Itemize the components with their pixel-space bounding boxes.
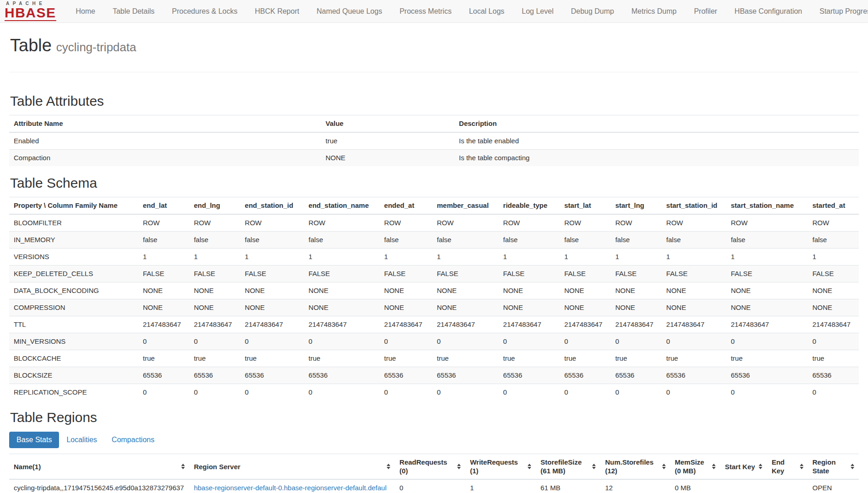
region-tabs: Base StatsLocalitiesCompactions: [9, 432, 859, 448]
schema-value-started-at: 2147483647: [808, 316, 859, 333]
nav-item-log-level[interactable]: Log Level: [513, 0, 562, 22]
schema-value-start-station-id: NONE: [662, 299, 726, 316]
nav-item-profiler[interactable]: Profiler: [685, 0, 726, 22]
schema-value-end-station-id: true: [240, 350, 304, 367]
nav-item-procedures-locks[interactable]: Procedures & Locks: [163, 0, 246, 22]
hbase-logo[interactable]: APACHE HBASE: [5, 1, 56, 22]
schema-property-name: BLOCKCACHE: [9, 350, 138, 367]
sort-up-arrow: [592, 464, 596, 466]
schema-value-end-lat: 2147483647: [138, 316, 189, 333]
schema-property-name: TTL: [9, 316, 138, 333]
nav-item-local-logs[interactable]: Local Logs: [460, 0, 513, 22]
logo-underline: [5, 20, 56, 21]
region-state-cell: OPEN: [808, 479, 859, 493]
sort-icon[interactable]: [457, 464, 461, 469]
schema-value-start-lng: 0: [611, 333, 662, 350]
schema-value-start-station-id: ROW: [662, 214, 726, 232]
schema-value-start-lat: false: [560, 232, 610, 249]
schema-value-end-station-name: false: [304, 232, 379, 249]
nav-item-process-metrics[interactable]: Process Metrics: [391, 0, 460, 22]
schema-property-name: IN_MEMORY: [9, 232, 138, 249]
sort-icon[interactable]: [387, 464, 390, 469]
schema-value-member-casual: 1: [432, 249, 499, 265]
attributes-table: Attribute NameValueDescription Enabledtr…: [9, 115, 859, 166]
schema-family-start-lng: start_lng: [611, 197, 662, 215]
schema-value-member-casual: ROW: [432, 214, 499, 232]
schema-value-end-station-id: 65536: [240, 367, 304, 384]
sort-icon[interactable]: [528, 464, 531, 469]
schema-value-start-station-name: 65536: [726, 367, 808, 384]
page-subtitle: cycling-tripdata: [56, 40, 136, 54]
nav-item-startup-progress[interactable]: Startup Progress: [811, 0, 868, 22]
attributes-col-description: Description: [454, 115, 859, 133]
region-server-link[interactable]: hbase-regionserver-default-0.hbase-regio…: [194, 484, 387, 493]
nav-item-metrics-dump[interactable]: Metrics Dump: [623, 0, 685, 22]
sort-icon[interactable]: [759, 464, 762, 469]
regions-col-wrap: Region Server: [194, 458, 390, 475]
schema-value-start-station-id: 2147483647: [662, 316, 726, 333]
sort-icon[interactable]: [712, 464, 716, 469]
schema-value-start-lat: NONE: [560, 299, 610, 316]
table-row: KEEP_DELETED_CELLSFALSEFALSEFALSEFALSEFA…: [9, 265, 859, 282]
regions-col-end-key: End Key: [767, 454, 808, 480]
regions-header-row: Name(1)Region ServerReadRequests (0)Writ…: [9, 454, 859, 480]
schema-value-end-station-name: NONE: [304, 299, 379, 316]
regions-table: Name(1)Region ServerReadRequests (0)Writ…: [9, 454, 859, 493]
sort-icon[interactable]: [592, 464, 596, 469]
sort-icon[interactable]: [800, 464, 803, 469]
schema-family-end-station-id: end_station_id: [240, 197, 304, 215]
nav-item-home[interactable]: Home: [67, 0, 104, 22]
schema-value-start-station-name: ROW: [726, 214, 808, 232]
nav-item-table-details[interactable]: Table Details: [104, 0, 163, 22]
schema-value-end-lat: FALSE: [138, 265, 189, 282]
region-server-cell: hbase-regionserver-default-0.hbase-regio…: [189, 479, 395, 493]
schema-family-end-lat: end_lat: [138, 197, 189, 215]
nav-item-debug-dump[interactable]: Debug Dump: [562, 0, 623, 22]
logo-hbase-text: HBASE: [5, 6, 56, 20]
sort-up-arrow: [759, 464, 762, 466]
nav-item-hbck-report[interactable]: HBCK Report: [246, 0, 308, 22]
main-content: Tablecycling-tripdata Table Attributes A…: [0, 35, 868, 493]
schema-value-rideable-type: 0: [499, 333, 560, 350]
schema-value-end-station-id: 0: [240, 333, 304, 350]
regions-col-storefilesize-61-mb: StorefileSize (61 MB): [536, 454, 600, 480]
sort-icon[interactable]: [181, 464, 185, 469]
tab-compactions[interactable]: Compactions: [104, 432, 162, 448]
schema-value-rideable-type: FALSE: [499, 265, 560, 282]
table-row: MIN_VERSIONS000000000000: [9, 333, 859, 350]
schema-value-end-lng: true: [189, 350, 240, 367]
attribute-cell-value: true: [321, 132, 455, 150]
schema-value-started-at: NONE: [808, 299, 859, 316]
schema-value-member-casual: true: [432, 350, 499, 367]
nav-menu: HomeTable DetailsProcedures & LocksHBCK …: [67, 0, 868, 22]
regions-col-wrap: Region State: [813, 458, 854, 475]
schema-value-start-station-id: FALSE: [662, 265, 726, 282]
sort-icon[interactable]: [662, 464, 666, 469]
schema-value-member-casual: 2147483647: [432, 316, 499, 333]
schema-value-end-lng: 0: [189, 333, 240, 350]
schema-value-end-lat: NONE: [138, 299, 189, 316]
sort-icon[interactable]: [851, 464, 854, 469]
schema-property-name: COMPRESSION: [9, 299, 138, 316]
attributes-col-attribute-name: Attribute Name: [9, 115, 321, 133]
schema-value-end-lat: 65536: [138, 367, 189, 384]
schema-value-start-lng: ROW: [611, 214, 662, 232]
schema-value-started-at: false: [808, 232, 859, 249]
schema-family-ended-at: ended_at: [380, 197, 432, 215]
num-storefiles-cell: 12: [600, 479, 670, 493]
tab-base-stats[interactable]: Base Stats: [9, 432, 59, 448]
schema-value-ended-at: 0: [380, 384, 432, 401]
schema-value-start-lng: true: [611, 350, 662, 367]
schema-value-end-station-name: true: [304, 350, 379, 367]
regions-col-wrap: Num.Storefiles (12): [605, 458, 665, 475]
tab-localities[interactable]: Localities: [59, 432, 104, 448]
nav-item-hbase-configuration[interactable]: HBase Configuration: [726, 0, 811, 22]
attribute-cell-description: Is the table compacting: [454, 150, 859, 167]
schema-value-end-lat: ROW: [138, 214, 189, 232]
regions-col-label: Region Server: [194, 462, 241, 471]
nav-item-named-queue-logs[interactable]: Named Queue Logs: [308, 0, 391, 22]
schema-property-name: REPLICATION_SCOPE: [9, 384, 138, 401]
schema-value-start-station-id: 0: [662, 384, 726, 401]
schema-value-member-casual: 0: [432, 333, 499, 350]
page-title-text: Table: [10, 36, 52, 55]
